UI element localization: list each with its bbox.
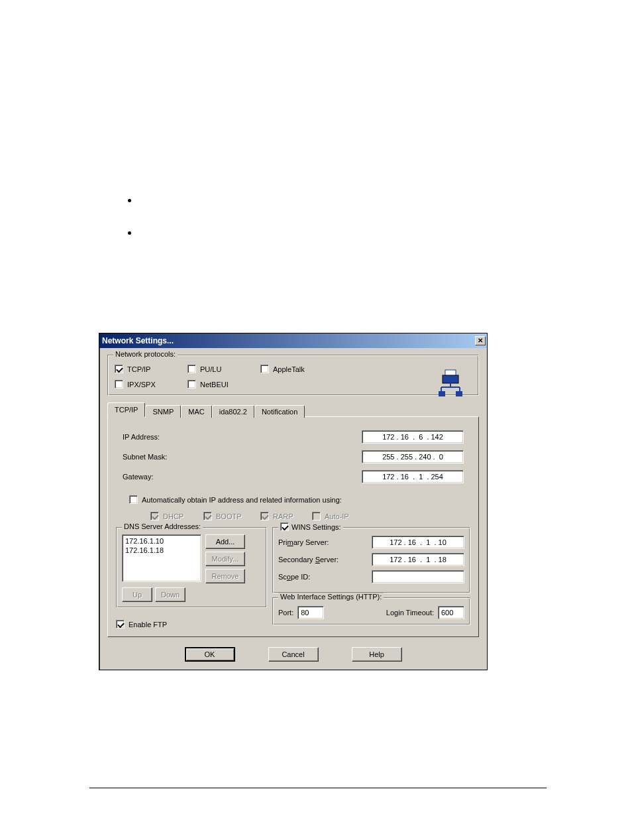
tab-snmp[interactable]: SNMP [145, 405, 181, 418]
checkbox-icon [187, 365, 196, 373]
checkbox-icon [150, 512, 159, 520]
auto-obtain-label: Automatically obtain IP address and rela… [142, 496, 342, 504]
bootp-label: BOOTP [216, 512, 242, 520]
checkbox-icon [260, 512, 269, 520]
rarp-checkbox: RARP [260, 512, 307, 520]
http-settings-group: Web Interface Settings (HTTP): Port: Log… [272, 597, 470, 625]
checkbox-icon [116, 620, 125, 629]
titlebar: Network Settings... ✕ [99, 333, 487, 348]
checkbox-icon [280, 522, 289, 531]
auto-obtain-checkbox[interactable]: Automatically obtain IP address and rela… [129, 495, 342, 504]
page-rule [89, 788, 547, 788]
tcpip-checkbox[interactable]: TCP/IP [115, 365, 187, 373]
tab-ida8022[interactable]: ida802.2 [212, 405, 254, 418]
svg-rect-7 [456, 391, 462, 396]
dns-server-group: DNS Server Addresses: 172.16.1.10 172.16… [116, 527, 267, 608]
dhcp-label: DHCP [163, 512, 184, 520]
dialog-title: Network Settings... [102, 336, 174, 345]
ipxspx-label: IPX/SPX [127, 381, 156, 389]
network-protocols-label: Network protocols: [113, 350, 178, 358]
http-group-label: Web Interface Settings (HTTP): [278, 593, 384, 601]
dns-remove-button: Remove [205, 569, 245, 583]
gateway-label: Gateway: [123, 473, 202, 481]
wins-label-text: WINS Settings: [291, 523, 341, 531]
appletalk-label: AppleTalk [273, 365, 305, 373]
wins-settings-group: WINS Settings: Primary Server: Secondary… [272, 527, 470, 593]
subnet-mask-label: Subnet Mask: [123, 453, 202, 461]
login-timeout-input[interactable] [438, 606, 464, 619]
close-button[interactable]: ✕ [475, 336, 486, 345]
netbeui-label: NetBEUI [200, 381, 229, 389]
help-button[interactable]: Help [352, 647, 402, 662]
dhcp-checkbox: DHCP [150, 512, 198, 520]
dns-add-button[interactable]: Add... [205, 534, 245, 549]
port-label: Port: [278, 609, 293, 617]
ip-address-input[interactable] [362, 430, 464, 444]
checkbox-icon [312, 512, 321, 520]
svg-rect-1 [443, 375, 458, 383]
bootp-checkbox: BOOTP [203, 512, 255, 520]
port-input[interactable] [297, 606, 324, 619]
cancel-button[interactable]: Cancel [268, 647, 319, 662]
scope-id-label: Scope ID: [278, 573, 310, 581]
tab-notification[interactable]: Notification [254, 405, 305, 418]
dns-item[interactable]: 172.16.1.10 [125, 536, 198, 546]
primary-server-input[interactable] [372, 536, 464, 549]
primary-server-label: Primary Server: [278, 538, 329, 546]
dns-down-button: Down [155, 587, 185, 602]
enable-ftp-checkbox[interactable]: Enable FTP [116, 620, 267, 629]
checkbox-icon [260, 365, 269, 373]
tcpip-panel: IP Address: Subnet Mask: Gateway: Automa… [107, 416, 479, 637]
wins-group-label[interactable]: WINS Settings: [278, 522, 343, 531]
network-settings-dialog: Network Settings... ✕ Network protocols:… [99, 333, 488, 670]
dns-modify-button: Modify... [205, 552, 245, 566]
network-printer-icon [436, 369, 465, 398]
network-protocols-group: Network protocols: TCP/IP PU/LU AppleTal… [107, 355, 479, 396]
enable-ftp-label: Enable FTP [129, 621, 167, 629]
login-timeout-label: Login Timeout: [386, 609, 434, 617]
pulu-label: PU/LU [200, 365, 221, 373]
rarp-label: RARP [273, 512, 293, 520]
dns-item[interactable]: 172.16.1.18 [125, 546, 198, 555]
tab-bar: TCP/IP SNMP MAC ida802.2 Notification [107, 402, 479, 417]
secondary-server-label: Secondary Server: [278, 556, 339, 564]
checkbox-icon [187, 380, 196, 389]
checkbox-icon [115, 380, 123, 389]
subnet-mask-input[interactable] [362, 450, 464, 463]
dns-group-label: DNS Server Addresses: [122, 522, 203, 530]
checkbox-icon [129, 495, 138, 504]
autoip-label: Auto-IP [325, 512, 349, 520]
svg-rect-6 [439, 391, 445, 396]
checkbox-icon [115, 365, 123, 373]
autoip-checkbox: Auto-IP [312, 512, 364, 520]
ipxspx-checkbox[interactable]: IPX/SPX [115, 380, 187, 389]
tcpip-label: TCP/IP [127, 365, 150, 373]
ok-button[interactable]: OK [185, 647, 235, 662]
gateway-input[interactable] [362, 470, 464, 483]
pulu-checkbox[interactable]: PU/LU [187, 365, 260, 373]
bullet-list [113, 193, 139, 258]
dialog-body: Network protocols: TCP/IP PU/LU AppleTal… [99, 348, 487, 670]
secondary-server-input[interactable] [372, 553, 464, 566]
dns-server-list[interactable]: 172.16.1.10 172.16.1.18 [122, 534, 201, 582]
dialog-action-buttons: OK Cancel Help [107, 647, 479, 662]
checkbox-icon [203, 512, 212, 520]
scope-id-input[interactable] [372, 570, 464, 583]
appletalk-checkbox[interactable]: AppleTalk [260, 365, 333, 373]
dns-up-button: Up [122, 587, 152, 602]
tab-tcpip[interactable]: TCP/IP [107, 402, 145, 417]
netbeui-checkbox[interactable]: NetBEUI [187, 380, 260, 389]
ip-address-label: IP Address: [123, 433, 202, 441]
tab-mac[interactable]: MAC [181, 405, 211, 418]
